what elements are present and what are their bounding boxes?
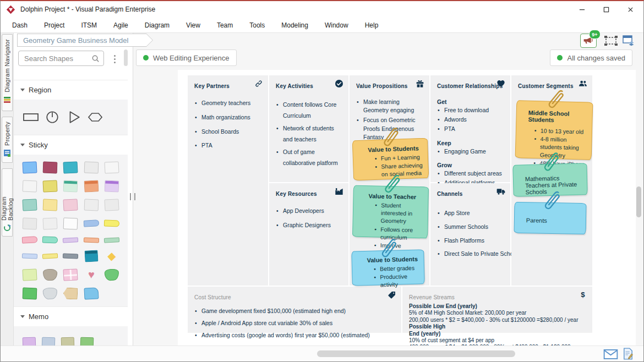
sticky-red-folded[interactable]	[43, 161, 58, 173]
side-tab-diagram-navigator[interactable]: Diagram Navigator	[2, 34, 13, 111]
section-channels[interactable]: ChannelsApp StoreSummer SchoolsFlash Pla…	[430, 183, 510, 286]
window-controls	[570, 1, 642, 18]
sticky-teal-folded[interactable]	[63, 161, 78, 173]
sticky-yellow-highlight[interactable]	[42, 253, 58, 259]
menu-item-dash[interactable]: Dash	[4, 21, 36, 29]
menu-item-agile[interactable]: Agile	[105, 21, 137, 29]
side-tab-property[interactable]: Property	[2, 117, 13, 163]
sticky-teal-lined[interactable]	[22, 199, 37, 211]
sticky-gem[interactable]: ◆	[105, 250, 119, 262]
sticky-yellow-label[interactable]	[104, 220, 119, 227]
section-cost-structure[interactable]: Cost StructureGame development fixed $10…	[188, 287, 401, 333]
sticky-note-vp-students-2[interactable]: Value to StudentsBetter gradesProductive…	[351, 249, 425, 286]
memo-purple[interactable]	[23, 337, 36, 346]
sticky-torn-note[interactable]	[84, 199, 99, 211]
sticky-dark-strip[interactable]	[63, 254, 78, 259]
rectangle-shape[interactable]	[23, 110, 39, 124]
panel-menu-button[interactable]	[111, 53, 118, 64]
sticky-money-bag[interactable]	[105, 269, 119, 281]
sticky-blue-strip[interactable]	[22, 254, 37, 259]
sticky-green-note[interactable]	[22, 269, 37, 281]
menu-item-team[interactable]: Team	[209, 21, 241, 29]
memo-green[interactable]	[80, 337, 94, 346]
section-key-activities[interactable]: Key ActivitiesContent follows Core Curri…	[269, 75, 348, 182]
maximize-button[interactable]	[594, 1, 618, 18]
sticky-gray-note[interactable]	[105, 199, 119, 211]
sticky-orange-ribbon[interactable]	[84, 237, 99, 243]
sticky-mint-tape[interactable]	[42, 237, 58, 244]
section-revenue-streams[interactable]: Revenue Streams$Possible Low End (yearly…	[402, 287, 592, 333]
sticky-green-strip[interactable]	[104, 237, 119, 243]
sticky-gift[interactable]	[63, 269, 78, 281]
sticky-note-cs-parents[interactable]: Parents	[514, 202, 587, 234]
layout-window-button[interactable]	[622, 34, 635, 47]
breadcrumb[interactable]: Geometry Game Business Model	[17, 34, 146, 47]
notifications-button[interactable]: 9+	[580, 34, 597, 48]
section-label: Sticky	[29, 141, 48, 149]
splitter-handle[interactable]	[130, 193, 135, 200]
menu-item-help[interactable]: Help	[357, 21, 387, 29]
bullet-list: Geometry teachersMath organizationsSchoo…	[194, 99, 261, 150]
sticky-skewed-note[interactable]	[43, 217, 58, 229]
sticky-green-banner[interactable]	[22, 288, 37, 300]
section-title: Channels	[437, 191, 463, 197]
sticky-gear[interactable]	[43, 269, 58, 281]
minimize-button[interactable]	[570, 1, 594, 18]
section-customer-relationships[interactable]: Customer RelationshipsGetFree to downloa…	[430, 75, 510, 182]
sticky-purple-strip[interactable]	[63, 237, 78, 243]
mail-icon[interactable]	[603, 349, 618, 359]
sticky-purple-header[interactable]	[105, 180, 119, 192]
bullet-item: App Developers	[276, 207, 342, 216]
memo-olive[interactable]	[61, 337, 75, 346]
horizontal-scrollbar[interactable]	[317, 350, 515, 357]
document-edit-icon[interactable]	[623, 348, 633, 360]
sticky-note-cs-math-teachers[interactable]: Mathematics Teachers at Private Schools	[512, 163, 587, 197]
section-header-sticky[interactable]: Sticky	[14, 135, 128, 155]
vertical-scrollbar[interactable]	[636, 187, 641, 217]
sticky-note-vp-students-1[interactable]: Value to StudentsFun + LearningShare ach…	[352, 138, 429, 181]
web-editing-label: Web Editing Experience	[153, 54, 230, 62]
section-key-partners[interactable]: Key PartnersGeometry teachersMath organi…	[188, 75, 268, 286]
sticky-pinned-note[interactable]	[22, 180, 37, 192]
sticky-pink-tape[interactable]	[21, 236, 37, 243]
timer-shape[interactable]	[44, 110, 61, 124]
menu-item-window[interactable]: Window	[316, 21, 357, 29]
side-tab-diagram-backlog[interactable]: Diagram Backlog	[2, 168, 13, 237]
section-key-resources[interactable]: Key ResourcesApp DevelopersGraphic Desig…	[269, 183, 348, 286]
sticky-plaid-yellow[interactable]	[43, 180, 58, 192]
sticky-note-vp-teacher[interactable]: Value to TeacherStudent interested in Ge…	[352, 185, 429, 239]
sticky-gray-folded[interactable]	[84, 161, 99, 173]
sticky-curved-note[interactable]	[22, 217, 37, 229]
sticky-teal-board[interactable]	[84, 250, 98, 262]
section-header-memo[interactable]: Memo	[14, 306, 128, 326]
menu-item-diagram[interactable]: Diagram	[137, 21, 178, 29]
triangle-shape[interactable]	[66, 110, 82, 124]
status-dot-icon	[143, 55, 149, 61]
sticky-white-folded[interactable]	[105, 161, 119, 173]
sticky-gray-badge[interactable]	[43, 288, 58, 300]
menu-item-project[interactable]: Project	[36, 21, 73, 29]
sticky-green-header[interactable]	[63, 180, 78, 192]
menu-item-view[interactable]: View	[178, 21, 209, 29]
hexagon-shape[interactable]	[87, 110, 103, 124]
menu-item-tools[interactable]: Tools	[241, 21, 273, 29]
sticky-orange-header[interactable]	[84, 180, 99, 192]
close-button[interactable]	[618, 1, 642, 18]
section-title: Value Propositions	[356, 83, 408, 89]
menu-item-itsm[interactable]: ITSM	[73, 21, 105, 29]
marquee-select-button[interactable]	[604, 35, 618, 46]
bmc-canvas[interactable]: Key PartnersGeometry teachersMath organi…	[178, 70, 636, 346]
bullet-item: Geometry teachers	[194, 99, 261, 108]
memo-blue[interactable]	[42, 337, 56, 346]
menu-item-modeling[interactable]: Modeling	[273, 21, 316, 29]
sticky-blue-label[interactable]	[84, 220, 100, 227]
panel-scrollbar[interactable]	[124, 50, 128, 66]
sticky-yellow-taped[interactable]	[43, 199, 58, 211]
sticky-outline-note[interactable]	[63, 217, 78, 229]
sticky-heart[interactable]: ♥	[84, 269, 99, 281]
sticky-pink-pinned[interactable]	[63, 199, 78, 211]
sticky-tan-tag[interactable]	[63, 288, 78, 300]
sticky-blue-note[interactable]	[22, 161, 37, 173]
section-header-region[interactable]: Region	[14, 80, 128, 100]
sticky-thumbs-up[interactable]	[84, 288, 99, 300]
